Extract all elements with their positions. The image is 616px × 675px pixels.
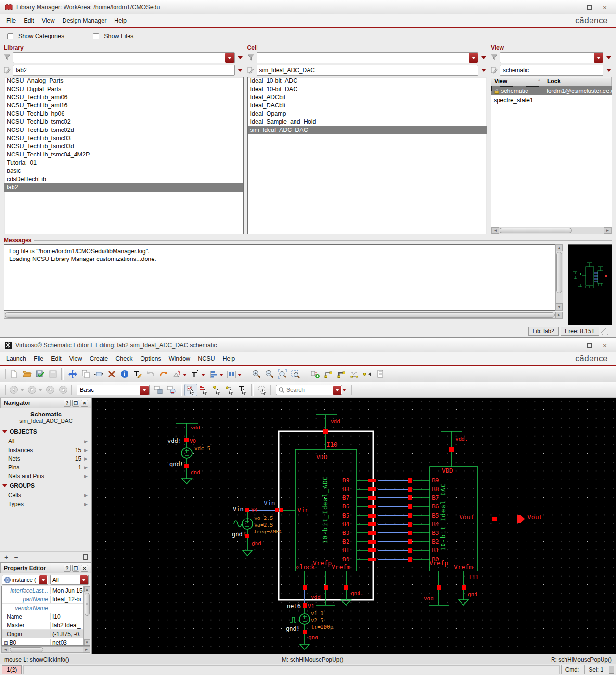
nav-forward-dropdown[interactable] (38, 389, 42, 393)
navigator-group-item[interactable]: Cells▶ (0, 491, 91, 500)
zoom-to-area-button[interactable] (289, 368, 302, 380)
cell-list-item[interactable]: Ideal_Opamp (248, 110, 487, 118)
library-list-item[interactable]: NCSU_Digital_Parts (4, 85, 243, 93)
nav-up-button[interactable] (44, 384, 57, 396)
library-list-item[interactable]: NCSU_TechLib_tsmc03 (4, 134, 243, 143)
mode-partial-select-button[interactable] (197, 384, 210, 396)
navigator-item[interactable]: Nets and Pins▶ (0, 472, 91, 480)
create-instance-button[interactable] (308, 368, 321, 380)
view-filter-dropdown-button[interactable] (594, 53, 603, 63)
lm-maximize-button[interactable] (583, 2, 596, 12)
cell-filter-input[interactable] (257, 52, 479, 63)
create-label-button[interactable] (347, 368, 360, 380)
hscroll-thumb[interactable] (10, 647, 43, 652)
vout-output-pin[interactable] (517, 515, 525, 523)
help-icon[interactable]: ? (64, 565, 71, 572)
scroll-up-icon[interactable]: ▲ (556, 245, 563, 251)
text-style-button[interactable] (188, 368, 201, 380)
cell-name-menu-arrow[interactable] (481, 69, 486, 74)
move-button[interactable] (66, 368, 79, 380)
library-list-item[interactable]: Tutorial_01 (4, 159, 243, 167)
new-cellview-button[interactable] (7, 368, 20, 380)
zoom-out-button[interactable] (263, 368, 276, 380)
cell-list-item[interactable]: sim_Ideal_ADC_DAC (248, 126, 487, 134)
distribute-button[interactable] (225, 368, 238, 380)
create-note-button[interactable] (373, 368, 386, 380)
nav-back-button[interactable] (7, 384, 20, 396)
groups-section-header[interactable]: GROUPS (0, 480, 91, 491)
library-list-item[interactable]: NCSU_TechLib_tsmc04_4M2P (4, 151, 243, 159)
help-icon[interactable]: ? (64, 400, 71, 407)
view-name-input[interactable] (500, 65, 603, 76)
messages-log[interactable]: Log file is "/home/lordm1/CMOSedu/libMan… (4, 244, 555, 311)
create-wide-wire-button[interactable] (334, 368, 347, 380)
property-row[interactable]: NameI10 (2, 612, 83, 621)
search-input[interactable] (286, 387, 327, 393)
nav-back-dropdown[interactable] (20, 389, 24, 393)
align-button[interactable] (206, 368, 219, 380)
vw-menu-item[interactable]: Launch (2, 354, 30, 363)
vw-close-button[interactable]: × (598, 340, 612, 350)
navigator-item[interactable]: Instances15▶ (0, 446, 91, 454)
cell-list-item[interactable]: Ideal_ADCbit (248, 93, 487, 102)
messages-hscrollbar[interactable]: ► (4, 312, 563, 319)
save-workspace-button[interactable] (152, 384, 165, 396)
vw-menu-item[interactable]: View (65, 354, 86, 363)
edit-text-button[interactable] (131, 368, 144, 380)
create-pin-button[interactable] (360, 368, 373, 380)
rotate-button[interactable] (170, 368, 183, 380)
vw-menu-item[interactable]: Create (86, 354, 112, 363)
search-menu-arrow[interactable] (342, 389, 346, 393)
view-table-row[interactable]: spectre_state1 (491, 95, 612, 104)
library-list-item[interactable]: basic (4, 167, 243, 175)
library-list-item[interactable]: NCSU_TechLib_tsmc02 (4, 118, 243, 126)
workspace-combo[interactable]: Basic (77, 385, 150, 395)
library-filter-dropdown-button[interactable] (225, 53, 234, 63)
cell-list-item[interactable]: Ideal_10-bit_ADC (248, 77, 487, 85)
objects-section-header[interactable]: OBJECTS (0, 427, 91, 437)
vscroll-thumb[interactable]: ≡ (556, 252, 562, 293)
lm-menu-item[interactable]: View (38, 16, 59, 26)
vw-menu-item[interactable]: File (30, 354, 47, 363)
hscroll-thumb[interactable] (5, 312, 555, 318)
library-name-input[interactable] (13, 65, 235, 76)
show-files-checkbox[interactable] (93, 33, 99, 39)
navigator-item[interactable]: Nets15▶ (0, 454, 91, 463)
cell-name-input[interactable] (257, 65, 479, 76)
vscroll-thumb[interactable]: ≡ (85, 593, 90, 616)
instance-i11-dac[interactable] (429, 431, 517, 605)
mode-area-select-button[interactable] (256, 384, 269, 396)
lm-menu-item[interactable]: File (2, 16, 20, 26)
view-filter-input[interactable] (500, 52, 603, 63)
close-icon[interactable]: ✕ (81, 565, 88, 572)
vw-menu-item[interactable]: Check (112, 354, 136, 363)
scroll-left-icon[interactable]: ◄ (2, 647, 9, 653)
mode-wire-select-button[interactable] (210, 384, 223, 396)
delete-button[interactable] (105, 368, 118, 380)
property-hscrollbar[interactable]: ◄ ► (1, 646, 90, 653)
vw-menu-item[interactable]: Window (165, 354, 194, 363)
view-table-row[interactable]: schematic lordm1@csimcluster.ee.un (491, 86, 612, 95)
workspace-combo-button[interactable] (140, 386, 149, 395)
align-dropdown-arrow[interactable] (219, 374, 223, 378)
messages-vscrollbar[interactable]: ▲ ≡ ▼ (555, 244, 563, 311)
zoom-in-button[interactable] (250, 368, 263, 380)
hscroll-thumb[interactable] (500, 228, 572, 233)
library-list-item[interactable]: NCSU_TechLib_tsmc03d (4, 143, 243, 151)
open-button[interactable] (20, 368, 33, 380)
library-list-item[interactable]: NCSU_TechLib_ami16 (4, 102, 243, 110)
vw-minimize-button[interactable]: – (567, 340, 581, 350)
lm-menu-item[interactable]: Help (110, 16, 130, 26)
property-filter-combo[interactable]: All (50, 575, 89, 585)
scroll-down-icon[interactable]: ▼ (84, 639, 90, 645)
copy-button[interactable] (79, 368, 92, 380)
search-dropdown-button[interactable] (333, 386, 341, 395)
zoom-fit-button[interactable] (276, 368, 289, 380)
lm-close-button[interactable]: × (598, 2, 612, 12)
resize-grip[interactable] (601, 328, 608, 335)
column-view-icon[interactable] (83, 554, 88, 560)
lm-minimize-button[interactable]: – (567, 2, 581, 12)
scroll-down-icon[interactable]: ▼ (556, 303, 563, 310)
mode-select-button[interactable] (184, 384, 197, 396)
navigator-item[interactable]: Pins1▶ (0, 463, 91, 472)
